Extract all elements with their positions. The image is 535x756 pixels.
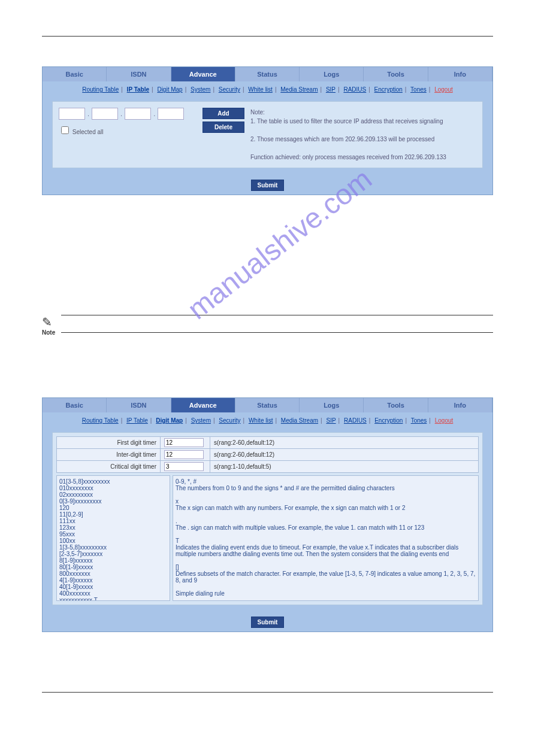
top-rule	[42, 36, 493, 37]
ip-input-row: . . .	[59, 108, 197, 120]
digit-map-panel: Basic ISDN Advance Status Logs Tools Inf…	[42, 397, 493, 632]
nav-white-list[interactable]: White list	[248, 86, 273, 93]
main-tabs-2: Basic ISDN Advance Status Logs Tools Inf…	[43, 398, 492, 412]
tab-isdn[interactable]: ISDN	[107, 67, 171, 81]
timer-table: First digit timer s(rang:2-60,default:12…	[56, 436, 479, 473]
note-line-1: 1. The table is used to filter the sourc…	[250, 117, 476, 126]
nav2-system[interactable]: System	[191, 417, 211, 424]
submit-button-1[interactable]: Submit	[251, 180, 285, 191]
tab-info[interactable]: Info	[428, 67, 492, 81]
nav-ip-table[interactable]: IP Table	[127, 86, 149, 93]
select-all-label[interactable]: Selected all	[59, 129, 103, 135]
nav2-logout[interactable]: Logout	[435, 417, 454, 424]
nav-routing-table[interactable]: Routing Table	[82, 86, 119, 93]
nav-sip[interactable]: SIP	[326, 86, 335, 93]
nav-tones[interactable]: Tones	[410, 86, 427, 93]
nav-encryption[interactable]: Encryption	[374, 86, 403, 93]
critical-digit-hint: s(rang:1-10,default:5)	[210, 461, 479, 473]
ip-table-panel: Basic ISDN Advance Status Logs Tools Inf…	[42, 66, 493, 195]
first-digit-input[interactable]	[164, 438, 204, 447]
main-tabs: Basic ISDN Advance Status Logs Tools Inf…	[43, 67, 492, 81]
tab-status-2[interactable]: Status	[235, 398, 300, 412]
nav-digit-map[interactable]: Digit Map	[157, 86, 182, 93]
tab-advance[interactable]: Advance	[171, 67, 235, 81]
note-box: Note: 1. The table is used to filter the…	[250, 108, 476, 162]
nav-radius[interactable]: RADIUS	[343, 86, 366, 93]
first-digit-hint: s(rang:2-60,default:12)	[210, 437, 479, 449]
nav-logout[interactable]: Logout	[434, 86, 453, 93]
tab-tools-2[interactable]: Tools	[364, 398, 428, 412]
critical-digit-input[interactable]	[164, 462, 204, 471]
ip-octet-4[interactable]	[158, 108, 184, 120]
nav2-sip[interactable]: SIP	[326, 417, 335, 424]
pencil-icon: ✎	[42, 315, 55, 329]
tab-basic-2[interactable]: Basic	[43, 398, 107, 412]
note-line-2: 2. Those messages which are from 202.96.…	[250, 135, 476, 144]
subnav-1: Routing Table| IP Table| Digit Map| Syst…	[43, 81, 492, 98]
nav2-white-list[interactable]: White list	[249, 417, 273, 424]
note-rule-1	[61, 315, 493, 332]
digit-map-help-textarea[interactable]: 0-9, *, # The numbers from 0 to 9 and th…	[173, 475, 479, 601]
nav2-tones[interactable]: Tones	[411, 417, 427, 424]
tab-logs[interactable]: Logs	[300, 67, 364, 81]
nav-media-stream[interactable]: Media Stream	[280, 86, 318, 93]
tab-advance-2[interactable]: Advance	[171, 398, 235, 412]
note-title: Note:	[250, 108, 476, 117]
subnav-2: Routing Table| IP Table| Digit Map| Syst…	[43, 412, 492, 429]
nav2-media-stream[interactable]: Media Stream	[281, 417, 318, 424]
inter-digit-row: Inter-digit timer s(rang:2-60,default:12…	[57, 449, 479, 461]
nav-security[interactable]: Security	[219, 86, 240, 93]
nav2-digit-map[interactable]: Digit Map	[156, 417, 183, 424]
critical-digit-label: Critical digit timer	[57, 461, 161, 473]
ip-table-content: . . . Selected all Add Delete Note: 1. T…	[52, 101, 483, 168]
nav2-security[interactable]: Security	[219, 417, 240, 424]
tab-tools[interactable]: Tools	[364, 67, 428, 81]
nav2-encryption[interactable]: Encryption	[374, 417, 403, 424]
ip-octet-1[interactable]	[59, 108, 85, 120]
select-all-checkbox[interactable]	[61, 126, 69, 134]
nav-system[interactable]: System	[191, 86, 210, 93]
nav2-radius[interactable]: RADIUS	[344, 417, 367, 424]
bottom-rule	[42, 692, 493, 693]
delete-button[interactable]: Delete	[202, 122, 244, 133]
inter-digit-hint: s(rang:2-60,default:12)	[210, 449, 479, 461]
select-all-text: Selected all	[72, 129, 104, 135]
note-rule-2	[61, 332, 493, 350]
note-line-3: Function achieved: only process messages…	[250, 153, 476, 162]
nav2-ip-table[interactable]: IP Table	[126, 417, 148, 424]
inter-digit-input[interactable]	[164, 450, 204, 459]
digit-map-rules-textarea[interactable]: 01[3-5,8]xxxxxxxxx 010xxxxxxxx 02xxxxxxx…	[56, 475, 170, 601]
doc-note-block: ✎ Note	[42, 315, 493, 350]
critical-digit-row: Critical digit timer s(rang:1-10,default…	[57, 461, 479, 473]
nav2-routing-table[interactable]: Routing Table	[82, 417, 119, 424]
note-label: Note	[42, 329, 55, 336]
tab-basic[interactable]: Basic	[43, 67, 107, 81]
tab-isdn-2[interactable]: ISDN	[107, 398, 171, 412]
tab-info-2[interactable]: Info	[428, 398, 492, 412]
digit-map-content: First digit timer s(rang:2-60,default:12…	[52, 432, 483, 605]
tab-logs-2[interactable]: Logs	[300, 398, 364, 412]
first-digit-label: First digit timer	[57, 437, 161, 449]
tab-status[interactable]: Status	[235, 67, 300, 81]
add-button[interactable]: Add	[202, 108, 244, 119]
first-digit-row: First digit timer s(rang:2-60,default:12…	[57, 437, 479, 449]
ip-octet-2[interactable]	[92, 108, 118, 120]
submit-button-2[interactable]: Submit	[251, 617, 285, 628]
inter-digit-label: Inter-digit timer	[57, 449, 161, 461]
ip-octet-3[interactable]	[125, 108, 151, 120]
